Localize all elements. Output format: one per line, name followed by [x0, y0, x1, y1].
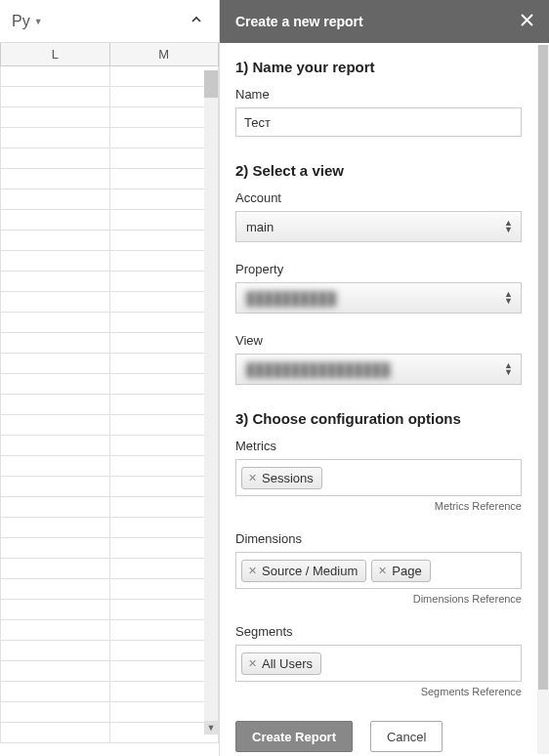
- cell[interactable]: [110, 354, 220, 373]
- cell[interactable]: [110, 148, 220, 168]
- cell[interactable]: [0, 251, 110, 271]
- cell[interactable]: [0, 313, 110, 332]
- close-button[interactable]: [521, 13, 533, 30]
- cell[interactable]: [0, 231, 110, 250]
- cell[interactable]: [110, 579, 220, 599]
- cell[interactable]: [110, 107, 220, 127]
- cell[interactable]: [0, 620, 110, 640]
- cell[interactable]: [0, 436, 110, 455]
- cell[interactable]: [110, 313, 220, 332]
- cell[interactable]: [0, 210, 110, 230]
- cell[interactable]: [110, 620, 220, 640]
- cell[interactable]: [110, 723, 220, 742]
- table-row[interactable]: [0, 231, 219, 251]
- remove-tag-icon[interactable]: ✕: [248, 565, 257, 577]
- cell[interactable]: [0, 395, 110, 414]
- table-row[interactable]: [0, 723, 219, 743]
- metrics-input[interactable]: ✕ Sessions: [235, 459, 522, 496]
- cell[interactable]: [110, 251, 220, 271]
- cell[interactable]: [110, 66, 220, 86]
- cell[interactable]: [110, 210, 220, 230]
- report-name-input[interactable]: [235, 107, 522, 137]
- dimension-tag[interactable]: ✕ Page: [371, 560, 430, 582]
- scroll-thumb[interactable]: [538, 45, 548, 690]
- cell[interactable]: [110, 231, 220, 250]
- table-row[interactable]: [0, 169, 219, 189]
- cell[interactable]: [0, 497, 110, 517]
- cell[interactable]: [0, 107, 110, 127]
- cell[interactable]: [0, 169, 110, 189]
- metric-tag[interactable]: ✕ Sessions: [241, 467, 322, 489]
- remove-tag-icon[interactable]: ✕: [248, 472, 257, 484]
- cell[interactable]: [110, 661, 220, 681]
- cell[interactable]: [110, 641, 220, 660]
- table-row[interactable]: [0, 661, 219, 682]
- panel-vertical-scrollbar[interactable]: [537, 45, 549, 754]
- create-report-button[interactable]: Create Report: [235, 721, 353, 752]
- cell[interactable]: [0, 723, 110, 742]
- table-row[interactable]: [0, 497, 219, 518]
- dimensions-input[interactable]: ✕ Source / Medium ✕ Page: [235, 552, 522, 589]
- table-row[interactable]: [0, 641, 219, 661]
- cell[interactable]: [110, 395, 220, 414]
- cell[interactable]: [110, 415, 220, 435]
- collapse-button[interactable]: [186, 9, 207, 33]
- table-row[interactable]: [0, 374, 219, 395]
- cell[interactable]: [110, 559, 220, 578]
- cell[interactable]: [0, 148, 110, 168]
- property-select[interactable]: ██████████ ▲▼: [235, 282, 522, 314]
- cell[interactable]: [110, 87, 220, 106]
- cell[interactable]: [0, 661, 110, 681]
- cell[interactable]: [110, 189, 220, 209]
- table-row[interactable]: [0, 477, 219, 497]
- table-row[interactable]: [0, 292, 219, 313]
- table-row[interactable]: [0, 354, 219, 374]
- table-row[interactable]: [0, 620, 219, 641]
- cell[interactable]: [0, 87, 110, 106]
- table-row[interactable]: [0, 333, 219, 354]
- segments-reference-link[interactable]: Segments Reference: [235, 686, 522, 697]
- cell[interactable]: [110, 518, 220, 537]
- column-header[interactable]: M: [110, 43, 220, 65]
- cell[interactable]: [0, 456, 110, 476]
- cell[interactable]: [0, 374, 110, 394]
- cell[interactable]: [110, 477, 220, 496]
- cell[interactable]: [0, 579, 110, 599]
- cell[interactable]: [110, 456, 220, 476]
- cell[interactable]: [110, 436, 220, 455]
- cell[interactable]: [0, 66, 110, 86]
- cell[interactable]: [0, 333, 110, 353]
- metrics-reference-link[interactable]: Metrics Reference: [235, 500, 522, 512]
- table-row[interactable]: [0, 189, 219, 210]
- cell[interactable]: [0, 682, 110, 701]
- cell[interactable]: [110, 538, 220, 558]
- cell[interactable]: [0, 641, 110, 660]
- table-row[interactable]: [0, 682, 219, 702]
- cell[interactable]: [0, 702, 110, 722]
- cancel-button[interactable]: Cancel: [370, 721, 443, 752]
- cell[interactable]: [110, 333, 220, 353]
- table-row[interactable]: [0, 313, 219, 333]
- cell[interactable]: [110, 600, 220, 619]
- cell[interactable]: [0, 477, 110, 496]
- cell[interactable]: [110, 497, 220, 517]
- account-select[interactable]: main ▲▼: [235, 211, 522, 242]
- dimension-tag[interactable]: ✕ Source / Medium: [241, 560, 366, 582]
- cell[interactable]: [0, 292, 110, 312]
- table-row[interactable]: [0, 272, 219, 292]
- scroll-thumb[interactable]: [204, 70, 218, 98]
- cell[interactable]: [0, 189, 110, 209]
- table-row[interactable]: [0, 415, 219, 436]
- table-row[interactable]: [0, 210, 219, 231]
- cell[interactable]: [110, 682, 220, 701]
- cell[interactable]: [0, 415, 110, 435]
- dimensions-reference-link[interactable]: Dimensions Reference: [235, 593, 522, 605]
- scroll-down-arrow-icon[interactable]: ▼: [204, 721, 218, 735]
- cell[interactable]: [0, 559, 110, 578]
- column-header[interactable]: L: [0, 43, 110, 65]
- remove-tag-icon[interactable]: ✕: [378, 565, 387, 577]
- table-row[interactable]: [0, 456, 219, 477]
- table-row[interactable]: [0, 518, 219, 538]
- table-row[interactable]: [0, 107, 219, 128]
- sheet-vertical-scrollbar[interactable]: ▼: [204, 70, 218, 735]
